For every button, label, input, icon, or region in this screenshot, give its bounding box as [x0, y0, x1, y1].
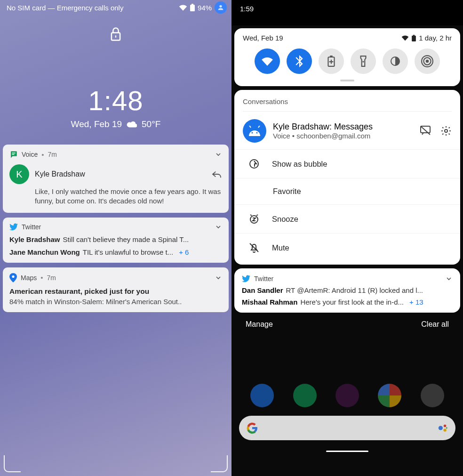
google-g-icon: [247, 422, 258, 434]
dock-phone-icon[interactable]: [250, 384, 274, 407]
gear-icon[interactable]: [440, 125, 452, 137]
tweet-text: TIL it's unlawful to browse t...: [83, 248, 173, 256]
clear-all-button[interactable]: Clear all: [421, 320, 449, 329]
notification-age: 7m: [48, 151, 57, 158]
android-head-icon: [247, 126, 262, 136]
battery-icon: [412, 35, 416, 41]
tweet-row: Kyle Bradshaw Still can't believe they m…: [9, 235, 222, 243]
tweet-text: Still can't believe they made a Spinal T…: [63, 235, 189, 243]
nav-handle[interactable]: [326, 451, 368, 452]
svg-rect-11: [413, 35, 415, 36]
battery-icon: [190, 4, 195, 11]
camera-corner-hint[interactable]: [4, 455, 21, 472]
dock-phone2-icon[interactable]: [293, 384, 317, 407]
tweet-text: Here's your first look at the in-d...: [300, 298, 404, 306]
svg-point-9: [446, 428, 447, 429]
tweet-row: Dan Sandler RT @ArtemR: Android 11 (R) l…: [242, 286, 453, 294]
clock-block: 1:48 Wed, Feb 19 50°F: [0, 85, 232, 129]
svg-point-21: [251, 132, 253, 133]
qs-date: Wed, Feb 19: [243, 34, 283, 42]
home-screen-blurred: [232, 377, 463, 476]
qs-bluetooth-tile[interactable]: [287, 48, 312, 74]
svg-line-20: [258, 126, 260, 128]
quick-settings-panel[interactable]: Wed, Feb 19 1 day, 2 hr: [234, 28, 460, 86]
conversation-subtitle: Voice • schoonben@gmail.com: [273, 132, 373, 140]
expand-handle[interactable]: [340, 80, 354, 81]
status-icons: 94%: [179, 1, 227, 14]
svg-rect-1: [192, 4, 193, 5]
svg-rect-13: [330, 56, 332, 57]
svg-point-2: [219, 5, 222, 8]
reply-icon[interactable]: [212, 170, 222, 178]
contrast-icon: [390, 56, 401, 67]
chevron-down-icon[interactable]: [215, 274, 222, 282]
action-label: Mute: [272, 243, 289, 252]
tweet-row: Mishaal Rahman Here's your first look at…: [242, 298, 453, 306]
bubble-avatar-icon[interactable]: [215, 1, 227, 14]
qs-hotspot-tile[interactable]: [415, 48, 440, 74]
qs-flashlight-tile[interactable]: [351, 48, 376, 74]
app-name: Maps: [21, 274, 37, 282]
notification-voice[interactable]: Voice • 7m K Kyle Bradshaw Like, I only …: [3, 145, 229, 213]
wifi-icon: [261, 56, 273, 66]
action-mute[interactable]: Mute: [234, 233, 460, 262]
svg-point-22: [256, 132, 257, 133]
action-show-bubble[interactable]: Show as bubble: [234, 149, 460, 178]
svg-point-5: [12, 275, 14, 277]
tweet-author: Dan Sandler: [242, 286, 283, 294]
qs-dark-theme-tile[interactable]: [383, 48, 408, 74]
status-bar: No SIM card — Emergency calls only 94%: [0, 0, 232, 13]
chevron-down-icon[interactable]: [215, 223, 222, 231]
bubble-icon: [248, 158, 260, 169]
dock-camera-icon[interactable]: [421, 384, 444, 407]
conversations-label: Conversations: [234, 90, 460, 111]
action-favorite[interactable]: Favorite: [234, 178, 460, 204]
dock-chrome-icon[interactable]: [378, 384, 401, 407]
svg-point-16: [426, 60, 429, 63]
mute-bell-icon: [248, 242, 260, 253]
qs-wifi-tile[interactable]: [255, 48, 280, 74]
qs-battery-saver-tile[interactable]: [319, 48, 344, 74]
svg-point-14: [362, 61, 364, 62]
chevron-down-icon[interactable]: [445, 275, 453, 282]
search-bar[interactable]: [239, 416, 455, 440]
status-time: 1:59: [240, 5, 254, 13]
lock-icon[interactable]: [109, 26, 122, 42]
svg-point-7: [444, 425, 447, 428]
svg-line-19: [249, 126, 251, 128]
battery-percent: 94%: [198, 4, 212, 12]
snooze-icon: [248, 213, 260, 225]
action-label: Favorite: [273, 187, 301, 196]
conversation-avatar: [243, 119, 266, 143]
app-name: Twitter: [254, 275, 273, 282]
more-count[interactable]: + 6: [176, 248, 189, 256]
notification-age: 7m: [47, 274, 56, 282]
message-body: Like, I only watched the movie once a fe…: [9, 187, 222, 206]
shade-pane: 1:59 Wed, Feb 19 1 day, 2 hr: [232, 0, 463, 476]
bluetooth-icon: [295, 55, 303, 67]
hotspot-icon: [421, 55, 433, 67]
clock-time: 1:48: [0, 85, 232, 116]
conversation-header[interactable]: Kyle Bradshaw: Messages Voice • schoonbe…: [234, 112, 460, 149]
status-bar: 1:59: [232, 0, 254, 23]
notification-twitter[interactable]: Twitter Kyle Bradshaw Still can't believ…: [3, 218, 229, 263]
conversation-title: Kyle Bradshaw: Messages: [273, 122, 373, 132]
notification-twitter[interactable]: Twitter Dan Sandler RT @ArtemR: Android …: [234, 268, 460, 313]
voice-app-icon: [9, 150, 18, 159]
notification-maps[interactable]: Maps • 7m American restaurant, picked ju…: [3, 267, 229, 312]
camera-corner-hint[interactable]: [211, 455, 228, 472]
maps-title: American restaurant, picked just for you: [9, 287, 222, 296]
dock-slack-icon[interactable]: [335, 384, 359, 407]
cloud-icon: [127, 121, 137, 128]
action-snooze[interactable]: Snooze: [234, 204, 460, 233]
tweet-author: Mishaal Rahman: [242, 298, 297, 306]
chevron-down-icon[interactable]: [215, 151, 222, 158]
tweet-author: Jane Manchun Wong: [9, 248, 80, 256]
svg-rect-0: [190, 5, 195, 11]
manage-button[interactable]: Manage: [246, 320, 273, 329]
more-count[interactable]: + 13: [407, 298, 423, 306]
notification-list: Voice • 7m K Kyle Bradshaw Like, I only …: [0, 145, 232, 312]
sender-avatar: K: [9, 164, 29, 184]
svg-point-24: [445, 129, 447, 132]
bubble-off-icon[interactable]: [420, 125, 431, 136]
